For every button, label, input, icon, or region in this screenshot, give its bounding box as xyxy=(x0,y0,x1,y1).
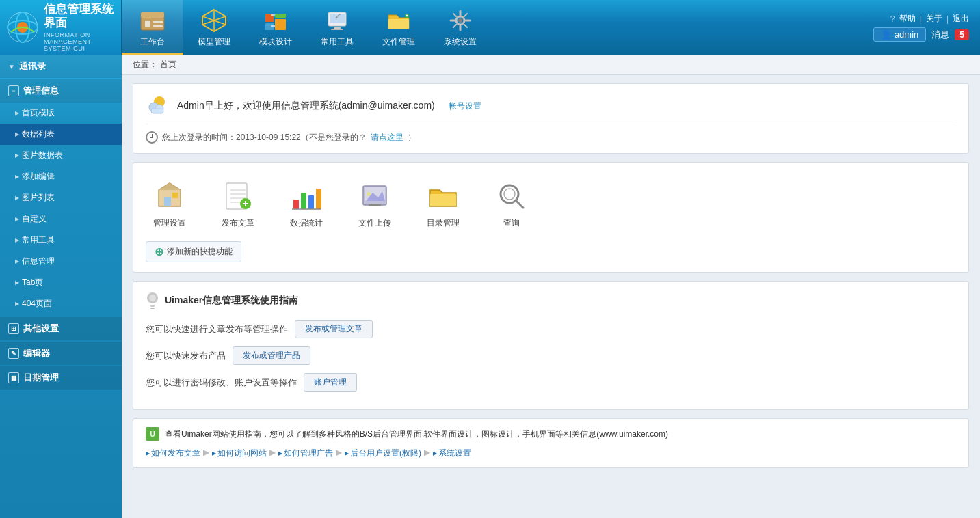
sidebar-mgmt-info[interactable]: ≡ 管理信息 xyxy=(0,79,122,103)
sidebar-item-add-edit[interactable]: 添加编辑 xyxy=(0,166,122,187)
messages-badge[interactable]: 5 xyxy=(955,29,969,40)
query-icon xyxy=(494,179,529,213)
welcome-text: Admin早上好，欢迎使用信息管理系统(admin@uimaker.com) xyxy=(177,100,435,112)
sidebar-other-settings[interactable]: ⊞ 其他设置 xyxy=(0,317,122,340)
info-link-3[interactable]: 如何管理广告 xyxy=(278,448,333,459)
header: 信息管理系统界面 INFORMATION MANAGEMENT SYSTEM G… xyxy=(0,0,980,55)
quick-item-file-upload[interactable]: 文件上传 xyxy=(351,179,399,229)
user-icon: 👤 xyxy=(881,29,892,40)
file-upload-icon xyxy=(358,179,392,213)
quick-access-card: 管理设置 xyxy=(133,162,969,273)
quick-item-dir-mgmt[interactable]: 目录管理 xyxy=(419,179,467,229)
info-link-1[interactable]: 如何发布文章 xyxy=(146,448,200,459)
info-link-5[interactable]: 系统设置 xyxy=(433,448,471,459)
clock-icon xyxy=(146,131,158,144)
nav-tab-files[interactable]: 文件管理 xyxy=(368,0,429,55)
info-card: U 查看Uimaker网站使用指南，您可以了解到多种风格的B/S后台管理界面,软… xyxy=(133,418,969,468)
help-link[interactable]: 帮助 xyxy=(899,13,916,25)
svg-rect-42 xyxy=(172,193,178,198)
publish-article-icon xyxy=(221,179,255,213)
logout-link[interactable]: 退出 xyxy=(953,13,969,25)
nav-tab-module[interactable]: 模块设计 xyxy=(245,0,306,55)
mgmt-settings-icon xyxy=(153,179,187,213)
model-icon xyxy=(200,8,228,33)
svg-point-28 xyxy=(458,18,462,23)
svg-rect-68 xyxy=(150,308,155,309)
svg-rect-52 xyxy=(301,193,306,209)
query-label: 查询 xyxy=(503,217,520,229)
quick-item-publish-article[interactable]: 发布文章 xyxy=(214,179,262,229)
content-area: 位置： 首页 Admin早上好，欢迎使用信息管理系统(admin@uimaker… xyxy=(122,55,980,518)
info-sep-1: ▶ xyxy=(203,448,209,459)
publish-manage-article-btn[interactable]: 发布或管理文章 xyxy=(295,320,373,338)
svg-rect-8 xyxy=(153,25,163,27)
svg-line-35 xyxy=(464,14,467,16)
add-icon: ⊕ xyxy=(155,245,163,258)
nav-tabs: 工作台 模型管理 xyxy=(122,0,873,55)
svg-line-34 xyxy=(464,25,467,27)
sidebar-item-tab-page[interactable]: Tab页 xyxy=(0,272,122,293)
app-title: 信息管理系统界面 xyxy=(44,3,114,31)
svg-line-33 xyxy=(453,14,456,16)
nav-tab-settings[interactable]: 系统设置 xyxy=(429,0,491,55)
nav-tab-module-label: 模块设计 xyxy=(259,36,292,48)
sidebar-item-image-data[interactable]: 图片数据表 xyxy=(0,145,122,166)
files-icon xyxy=(385,8,412,33)
nav-tab-model[interactable]: 模型管理 xyxy=(183,0,245,55)
nav-tab-settings-label: 系统设置 xyxy=(444,36,477,48)
custom-label: 自定义 xyxy=(22,213,47,225)
about-link[interactable]: 关于 xyxy=(926,13,942,25)
add-shortcut-button[interactable]: ⊕ 添加新的快捷功能 xyxy=(146,241,241,262)
content-inner: Admin早上好，欢迎使用信息管理系统(admin@uimaker.com) 帐… xyxy=(122,75,980,476)
svg-rect-14 xyxy=(265,23,274,30)
guide-row-3-text: 您可以进行密码修改、账户设置等操作 xyxy=(146,377,297,389)
sidebar: ▼ 通讯录 ≡ 管理信息 首页模版 数据列表 图片数据表 添加编辑 图片列表 自… xyxy=(0,55,122,518)
sidebar-item-404[interactable]: 404页面 xyxy=(0,293,122,314)
settings-icon xyxy=(447,8,474,33)
other-settings-icon: ⊞ xyxy=(8,323,19,334)
logo-text-area: 信息管理系统界面 INFORMATION MANAGEMENT SYSTEM G… xyxy=(44,3,114,53)
breadcrumb-current: 首页 xyxy=(160,59,176,70)
sidebar-item-common-tools[interactable]: 常用工具 xyxy=(0,230,122,251)
bulb-icon xyxy=(146,291,159,310)
sidebar-item-data-list[interactable]: 数据列表 xyxy=(0,124,122,145)
tab-page-label: Tab页 xyxy=(22,277,43,288)
publish-manage-product-btn[interactable]: 发布或管理产品 xyxy=(233,346,310,365)
sidebar-editor[interactable]: ✎ 编辑器 xyxy=(0,342,122,365)
separator2: | xyxy=(946,14,949,24)
sidebar-item-info-mgmt[interactable]: 信息管理 xyxy=(0,251,122,272)
nav-tab-tools[interactable]: 常用工具 xyxy=(306,0,368,55)
add-edit-label: 添加编辑 xyxy=(22,171,55,182)
sidebar-date-mgmt[interactable]: ▦ 日期管理 xyxy=(0,366,122,390)
guide-header: Uimaker信息管理系统使用指南 xyxy=(146,291,956,310)
date-mgmt-icon: ▦ xyxy=(8,372,19,383)
404-label: 404页面 xyxy=(22,298,52,310)
sidebar-item-home-template[interactable]: 首页模版 xyxy=(0,103,122,124)
sidebar-item-image-list[interactable]: 图片列表 xyxy=(0,187,122,208)
other-settings-label: 其他设置 xyxy=(23,323,59,335)
info-link-4[interactable]: 后台用户设置(权限) xyxy=(345,448,421,459)
sidebar-contacts[interactable]: ▼ 通讯录 xyxy=(0,55,122,78)
quick-item-mgmt-settings[interactable]: 管理设置 xyxy=(146,179,194,229)
nav-tab-workbench[interactable]: 工作台 xyxy=(122,0,183,55)
app-subtitle: INFORMATION MANAGEMENT SYSTEM GUI xyxy=(44,31,114,52)
info-row: U 查看Uimaker网站使用指南，您可以了解到多种风格的B/S后台管理界面,软… xyxy=(146,427,956,441)
user-badge: 👤 admin xyxy=(873,27,926,42)
quick-item-query[interactable]: 查询 xyxy=(488,179,535,229)
account-management-btn[interactable]: 账户管理 xyxy=(304,373,357,392)
data-stats-label: 数据统计 xyxy=(290,217,323,229)
info-sep-2: ▶ xyxy=(269,448,276,459)
quick-item-data-stats[interactable]: 数据统计 xyxy=(282,179,330,229)
login-link[interactable]: 请点这里 xyxy=(371,132,403,144)
header-right: ? 帮助 | 关于 | 退出 👤 admin 消息 5 xyxy=(873,13,980,42)
header-links: ? 帮助 | 关于 | 退出 xyxy=(890,13,969,25)
sidebar-item-custom[interactable]: 自定义 xyxy=(0,208,122,230)
info-link-2[interactable]: 如何访问网站 xyxy=(212,448,267,459)
svg-point-58 xyxy=(367,192,371,196)
account-settings-link[interactable]: 帐号设置 xyxy=(449,100,481,112)
info-sep-4: ▶ xyxy=(424,448,430,459)
separator1: | xyxy=(920,14,922,24)
publish-article-label: 发布文章 xyxy=(222,217,254,229)
guide-row-1: 您可以快速进行文章发布等管理操作 发布或管理文章 xyxy=(146,320,956,338)
svg-rect-51 xyxy=(293,200,299,209)
